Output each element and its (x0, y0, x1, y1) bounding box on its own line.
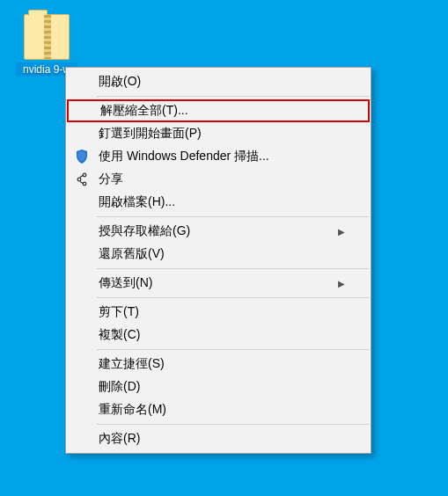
menu-give-access[interactable]: 授與存取權給(G) ▶ (67, 220, 370, 243)
menu-cut[interactable]: 剪下(T) (67, 301, 370, 324)
context-menu: 開啟(O) 解壓縮全部(T)... 釘選到開始畫面(P) 使用 Windows … (65, 67, 371, 454)
menu-label: 釘選到開始畫面(P) (99, 126, 345, 142)
menu-pin-to-start[interactable]: 釘選到開始畫面(P) (67, 122, 370, 145)
menu-label: 複製(C) (99, 327, 345, 343)
menu-open-with[interactable]: 開啟檔案(H)... (67, 191, 370, 214)
menu-label: 內容(R) (99, 431, 345, 447)
menu-label: 分享 (99, 171, 345, 187)
menu-extract-all[interactable]: 解壓縮全部(T)... (67, 99, 370, 122)
shield-icon (74, 149, 90, 164)
menu-label: 開啟檔案(H)... (99, 194, 345, 210)
submenu-arrow-icon: ▶ (338, 227, 345, 237)
menu-properties[interactable]: 內容(R) (67, 427, 370, 450)
menu-send-to[interactable]: 傳送到(N) ▶ (67, 272, 370, 295)
zip-folder-icon (24, 14, 70, 60)
menu-share[interactable]: 分享 (67, 168, 370, 191)
menu-copy[interactable]: 複製(C) (67, 324, 370, 346)
svg-point-0 (83, 173, 86, 177)
share-icon (74, 171, 90, 187)
menu-label: 傳送到(N) (99, 275, 338, 291)
separator (97, 268, 369, 269)
menu-label: 還原舊版(V) (99, 246, 345, 262)
menu-label: 剪下(T) (99, 304, 345, 320)
menu-open[interactable]: 開啟(O) (67, 70, 370, 93)
menu-label: 解壓縮全部(T)... (100, 103, 343, 119)
separator (97, 297, 369, 298)
menu-create-shortcut[interactable]: 建立捷徑(S) (67, 353, 370, 376)
menu-defender-scan[interactable]: 使用 Windows Defender 掃描... (67, 145, 370, 168)
menu-label: 重新命名(M) (99, 402, 345, 418)
menu-label: 授與存取權給(G) (99, 223, 338, 239)
menu-label: 刪除(D) (99, 379, 345, 395)
menu-label: 建立捷徑(S) (99, 356, 345, 372)
separator (97, 96, 369, 97)
menu-delete[interactable]: 刪除(D) (67, 376, 370, 398)
separator (97, 424, 369, 425)
menu-rename[interactable]: 重新命名(M) (67, 398, 370, 421)
separator (97, 349, 369, 350)
svg-point-1 (77, 178, 81, 181)
submenu-arrow-icon: ▶ (338, 279, 345, 288)
menu-label: 開啟(O) (99, 74, 345, 90)
separator (97, 216, 369, 217)
menu-restore-previous[interactable]: 還原舊版(V) (67, 243, 370, 266)
menu-label: 使用 Windows Defender 掃描... (99, 149, 345, 164)
svg-point-2 (83, 182, 86, 186)
